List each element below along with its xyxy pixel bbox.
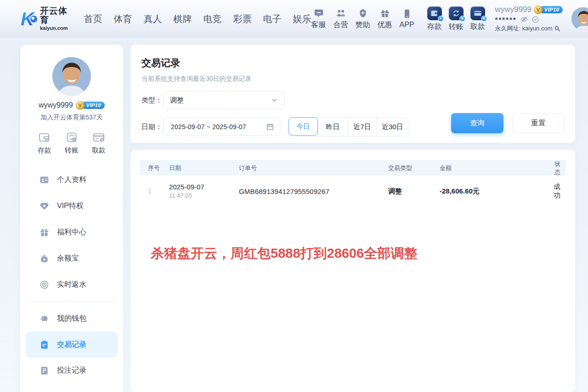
- range-today-button[interactable]: 今日: [288, 117, 318, 136]
- withdraw-link[interactable]: ¥ 取款: [470, 6, 485, 32]
- sidebar-item-wallet[interactable]: 我的钱包: [20, 306, 123, 332]
- main-nav: 首页 体育 真人 棋牌 电竞 彩票 电子 娱乐: [84, 13, 311, 25]
- nav-lottery[interactable]: 彩票: [233, 13, 252, 25]
- quick-links: 客服 合营 赞助 优惠: [311, 8, 414, 30]
- wallet-outline-icon: [39, 132, 51, 143]
- piggy-bank-icon: [40, 314, 49, 324]
- account-dropdown-icon[interactable]: [531, 16, 539, 23]
- row-date: 2025-09-07: [169, 182, 239, 192]
- nav-sports[interactable]: 体育: [114, 13, 132, 25]
- sidebar-item-label: 交易记录: [57, 340, 86, 350]
- id-card-icon: [40, 175, 49, 185]
- gift-icon: [40, 227, 49, 237]
- chat-icon: [314, 8, 324, 18]
- diamond-icon: [40, 201, 49, 211]
- nav-home[interactable]: 首页: [84, 13, 102, 25]
- card-outline-icon: [93, 132, 105, 143]
- sidebar-item-label: 余额宝: [57, 254, 79, 263]
- quick-range-group: 今日 昨日 近7日 近30日: [288, 117, 408, 136]
- sidebar-item-label: 个人资料: [57, 175, 86, 185]
- football-icon: [30, 16, 37, 23]
- date-range-value: 2025-09-07 ~ 2025-09-07: [171, 123, 266, 131]
- search-button[interactable]: 查询: [451, 113, 503, 133]
- col-status: 状态: [550, 160, 566, 176]
- row-status: 成功: [550, 182, 566, 200]
- sidebar-item-benefits[interactable]: 福利中心: [20, 219, 123, 245]
- nav-chess[interactable]: 棋牌: [174, 13, 192, 25]
- nav-slots[interactable]: 电子: [263, 13, 282, 25]
- sidebar-shortcuts: 存款 转账 取款: [20, 132, 123, 155]
- sidebar-withdraw-shortcut[interactable]: 取款: [92, 132, 106, 155]
- eye-off-icon[interactable]: [520, 15, 528, 23]
- brand-logo[interactable]: K 开云体育 kaiyun.com: [18, 6, 71, 31]
- row-amount: -28,606.60元: [440, 187, 550, 196]
- range-yesterday-button[interactable]: 昨日: [318, 118, 347, 136]
- sidebar-item-label: VIP特权: [57, 201, 84, 211]
- main-content: 交易记录 当前系统支持查询最近30日的交易记录 类型： 调整 日期： 2025-…: [130, 45, 575, 392]
- sponsor-link[interactable]: 赞助: [356, 8, 370, 30]
- row-order-no: GMB6891394127955509267: [239, 187, 388, 195]
- vip-level-label: VIP10: [81, 102, 105, 109]
- transfer-link[interactable]: ¥ 转账: [449, 6, 464, 32]
- top-header: K 开云体育 kaiyun.com 首页 体育 真人 棋牌 电竞 彩票 电子 娱…: [0, 0, 588, 38]
- row-time: 11:47:20: [169, 192, 239, 200]
- service-link[interactable]: 客服: [311, 8, 326, 30]
- page-title: 交易记录: [141, 57, 564, 69]
- avatar[interactable]: [571, 6, 588, 31]
- calendar-icon: [266, 123, 274, 131]
- transaction-records-icon: [40, 340, 49, 350]
- col-amount: 金额: [440, 164, 550, 172]
- profile-sidebar: wywy9999 V VIP10 加入开云体育第537天 存款 转账 取款: [20, 45, 123, 392]
- wallet-links: + 存款 ¥ 转账 ¥ 取款: [427, 6, 485, 32]
- sidebar-deposit-shortcut[interactable]: 存款: [38, 132, 51, 155]
- sidebar-vip-badge: V VIP10: [76, 101, 105, 109]
- sidebar-item-yuebao[interactable]: 余额宝: [20, 245, 123, 272]
- filter-card: 交易记录 当前系统支持查询最近30日的交易记录 类型： 调整 日期： 2025-…: [130, 45, 575, 143]
- user-info: wywy9999 V VIP10 ****** 永久网址: kaiyun.com: [495, 5, 564, 33]
- vip-level-label: VIP10: [539, 6, 563, 13]
- sidebar-item-rebate[interactable]: 实时返水: [20, 272, 123, 298]
- rebate-icon: [40, 280, 49, 290]
- brand-domain: kaiyun.com: [40, 26, 71, 31]
- partners-icon: [336, 8, 346, 18]
- brand-name: 开云体育: [40, 6, 71, 25]
- sidebar-item-vip[interactable]: VIP特权: [20, 193, 123, 219]
- vip-gem-icon: V: [76, 101, 85, 110]
- col-index: 序号: [148, 164, 169, 172]
- withdraw-icon: ¥: [470, 6, 485, 20]
- type-select[interactable]: 调整: [163, 91, 285, 109]
- promo-link[interactable]: 优惠: [378, 8, 392, 30]
- join-days-text: 加入开云体育第537天: [20, 114, 123, 122]
- row-type: 调整: [388, 187, 440, 196]
- vip-gem-icon: V: [534, 6, 543, 14]
- sidebar-item-transaction-records[interactable]: 交易记录: [26, 332, 118, 358]
- sidebar-avatar: [52, 57, 91, 96]
- sidebar-username: wywy9999: [39, 101, 73, 109]
- date-range-input[interactable]: 2025-09-07 ~ 2025-09-07: [163, 118, 280, 136]
- sponsor-icon: [358, 8, 368, 18]
- type-filter-row: 类型： 调整: [141, 91, 564, 109]
- sidebar-item-label: 福利中心: [57, 227, 86, 237]
- row-index: 1: [148, 187, 169, 195]
- money-bag-icon: [40, 254, 49, 263]
- sidebar-item-bet-records[interactable]: 投注记录: [20, 358, 123, 384]
- sidebar-menu: 个人资料 VIP特权 福利中心 余额宝 实时返水: [20, 167, 123, 384]
- nav-live[interactable]: 真人: [144, 13, 162, 25]
- sidebar-transfer-shortcut[interactable]: 转账: [65, 132, 79, 155]
- nav-esports[interactable]: 电竞: [204, 13, 222, 25]
- deposit-icon: +: [427, 6, 442, 20]
- range-30days-button[interactable]: 近30日: [377, 118, 408, 136]
- row-datetime: 2025-09-07 11:47:20: [169, 182, 239, 200]
- date-label: 日期：: [141, 123, 163, 131]
- vip-badge: V VIP10: [534, 6, 563, 14]
- reset-button[interactable]: 重置: [513, 113, 564, 133]
- red-annotation-text: 杀猪盘开云，周红包5888打到28606全部调整: [151, 244, 417, 263]
- sidebar-divider: [28, 301, 116, 302]
- deposit-link[interactable]: + 存款: [427, 6, 442, 32]
- range-7days-button[interactable]: 近7日: [347, 118, 377, 136]
- sidebar-item-profile[interactable]: 个人资料: [20, 167, 123, 193]
- app-link[interactable]: APP: [400, 9, 414, 29]
- nav-entertainment[interactable]: 娱乐: [293, 13, 311, 25]
- partners-link[interactable]: 合营: [334, 8, 348, 30]
- chevron-down-icon: [271, 97, 278, 104]
